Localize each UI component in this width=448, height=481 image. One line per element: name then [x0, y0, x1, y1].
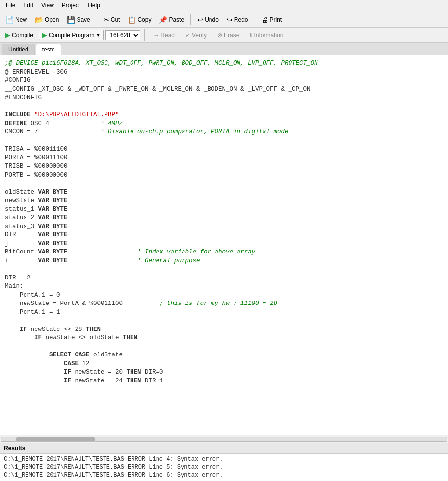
- save-button[interactable]: 💾 Save: [63, 14, 93, 25]
- new-icon: 📄: [5, 16, 14, 24]
- open-button[interactable]: 📂 Open: [31, 14, 62, 25]
- paste-label: Paste: [169, 16, 184, 23]
- new-label: New: [15, 16, 27, 23]
- print-label: Print: [270, 16, 282, 23]
- scroll-thumb[interactable]: [16, 437, 95, 441]
- tab-teste[interactable]: teste: [36, 44, 61, 55]
- compile-toolbar: ▶ Compile ▶ Compile Program ▼ 16F628 → R…: [0, 28, 448, 43]
- redo-button[interactable]: ↪ Redo: [223, 14, 252, 25]
- compile-button[interactable]: ▶ Compile: [2, 30, 37, 40]
- result-line-3: C:\1_REMOTE 2017\RENAULT\TESTE.BAS ERROR…: [4, 471, 444, 479]
- redo-label: Redo: [234, 16, 248, 23]
- cut-label: Cut: [111, 16, 120, 23]
- read-icon: →: [153, 32, 159, 39]
- tab-untitled[interactable]: Untitled: [2, 44, 35, 55]
- copy-icon: 📋: [128, 16, 136, 24]
- result-line-1: C:\1_REMOTE 2017\RENAULT\TESTE.BAS ERROR…: [4, 456, 444, 463]
- compile-program-arrow: ▼: [96, 33, 100, 38]
- result-line-2: C:\1_REMOTE 2017\RENAULT\TESTE.BAS ERROR…: [4, 463, 444, 471]
- compile-label: Compile: [12, 32, 33, 39]
- menu-edit[interactable]: Edit: [19, 1, 37, 10]
- compile-program-icon: ▶: [42, 31, 47, 39]
- erase-button[interactable]: ⊗ Erase: [213, 30, 243, 40]
- tabs-bar: Untitled teste: [0, 43, 448, 55]
- horizontal-scrollbar[interactable]: [0, 435, 448, 443]
- verify-button[interactable]: ✓ Verify: [181, 30, 211, 40]
- undo-label: Undo: [205, 16, 219, 23]
- save-icon: 💾: [67, 16, 75, 24]
- print-button[interactable]: 🖨 Print: [258, 14, 286, 25]
- menu-view[interactable]: View: [37, 1, 58, 10]
- open-label: Open: [45, 16, 59, 23]
- scroll-track[interactable]: [1, 437, 447, 442]
- menubar: File Edit View Project Help: [0, 0, 448, 11]
- device-select[interactable]: 16F628: [105, 30, 140, 40]
- results-panel: C:\1_REMOTE 2017\RENAULT\TESTE.BAS ERROR…: [0, 454, 448, 481]
- cut-icon: ✂: [104, 16, 109, 24]
- toolbar-separator-2: [190, 14, 191, 25]
- verify-label: Verify: [192, 32, 207, 39]
- information-button[interactable]: ℹ Information: [245, 30, 288, 40]
- read-button[interactable]: → Read: [149, 30, 179, 40]
- paste-button[interactable]: 📌 Paste: [156, 14, 187, 25]
- compile-separator: [144, 29, 145, 41]
- copy-label: Copy: [137, 16, 151, 23]
- verify-icon: ✓: [185, 32, 190, 39]
- toolbar-separator-3: [255, 14, 255, 25]
- undo-button[interactable]: ↩ Undo: [194, 14, 222, 25]
- menu-project[interactable]: Project: [58, 1, 84, 10]
- menu-help[interactable]: Help: [84, 1, 104, 10]
- code-editor-container: ;@ DEVICE pic16F628A, XT_OSC, WDT_OFF, P…: [0, 55, 448, 435]
- print-icon: 🖨: [262, 16, 268, 24]
- copy-button[interactable]: 📋 Copy: [124, 14, 155, 25]
- erase-icon: ⊗: [217, 32, 222, 39]
- cut-button[interactable]: ✂ Cut: [100, 14, 124, 25]
- paste-icon: 📌: [159, 16, 167, 24]
- menu-file[interactable]: File: [2, 1, 19, 10]
- compile-program-label: Compile Program: [49, 32, 94, 39]
- information-label: Information: [254, 32, 283, 39]
- compile-icon: ▶: [5, 31, 10, 39]
- redo-icon: ↪: [227, 16, 233, 24]
- main-window: File Edit View Project Help 📄 New 📂 Open…: [0, 0, 448, 481]
- information-icon: ℹ: [250, 32, 252, 39]
- results-header: Results: [0, 443, 448, 454]
- compile-program-button[interactable]: ▶ Compile Program ▼: [39, 30, 104, 40]
- code-editor[interactable]: ;@ DEVICE pic16F628A, XT_OSC, WDT_OFF, P…: [0, 55, 448, 431]
- results-title: Results: [4, 445, 25, 452]
- main-toolbar: 📄 New 📂 Open 💾 Save ✂ Cut 📋 Copy 📌 Paste…: [0, 11, 448, 28]
- undo-icon: ↩: [197, 16, 203, 24]
- open-icon: 📂: [35, 16, 43, 24]
- erase-label: Erase: [224, 32, 239, 39]
- new-button[interactable]: 📄 New: [2, 14, 30, 25]
- save-label: Save: [77, 16, 90, 23]
- read-label: Read: [160, 32, 175, 39]
- toolbar-separator-1: [97, 14, 97, 25]
